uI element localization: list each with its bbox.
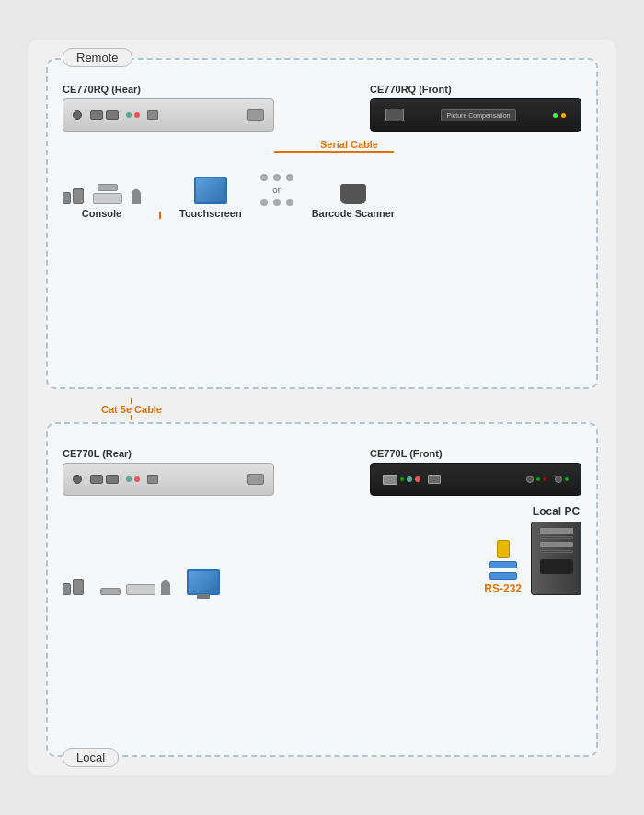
cat5e-cable-area [159, 212, 161, 219]
console-label: Console [82, 208, 121, 219]
local-spk-small [63, 583, 71, 595]
vga-port [247, 109, 264, 121]
rs232-area: RS-232 [484, 540, 522, 595]
ce770l-rear-unit [63, 463, 274, 496]
mic-icon [132, 189, 141, 204]
local-bottom-row: RS-232 Local PC [63, 505, 581, 595]
usb-connector-2 [489, 572, 517, 580]
speakers-icon [63, 188, 84, 204]
or-area: or [260, 174, 293, 206]
audio-1-l [407, 476, 412, 482]
serial-cable-svg: Serial Cable [63, 133, 605, 170]
button-2-l [555, 476, 562, 483]
ce770rq-front-wrapper: CE770RQ (Front) Picture Compensation [370, 84, 581, 132]
touchscreen-icon [194, 177, 227, 204]
local-units-row: CE770L (Rear) [63, 448, 581, 496]
speaker-big [73, 188, 84, 204]
peripherals-row: Console Touchscreen [63, 174, 581, 219]
touchscreen-label: Touchscreen [179, 208, 242, 219]
local-spk-big [73, 579, 84, 595]
ce770l-front-wrapper: CE770L (Front) [370, 448, 581, 496]
ce770l-rear-label: CE770L (Rear) [63, 448, 274, 459]
front-panel-rq: Picture Compensation [378, 109, 573, 121]
keyboard-mouse [93, 184, 122, 204]
audio-out-port-l [126, 476, 132, 482]
led-orange [561, 113, 566, 118]
ce770l-rear-wrapper: CE770L (Rear) [63, 448, 274, 496]
cat5e-bottom-line [131, 415, 132, 420]
cat5e-line-segment [159, 212, 161, 219]
speaker-small [63, 192, 71, 204]
front-panel-l [378, 475, 573, 485]
power-button-l [73, 475, 82, 484]
cat5e-label: Cat 5e Cable [101, 404, 162, 415]
audio-2-l [415, 476, 420, 482]
ce770rq-rear-wrapper: CE770RQ (Rear) [63, 84, 274, 132]
remote-units-row: CE770RQ (Rear) [63, 84, 581, 132]
mic-group [132, 189, 141, 204]
local-mouse [100, 588, 121, 595]
audio-out-port [126, 112, 132, 118]
led-3-l [565, 477, 569, 481]
rj45-port-l [147, 475, 158, 484]
serial-cable-area: Serial Cable [63, 133, 581, 170]
console-group: Console [63, 184, 141, 219]
ce770l-front-label: CE770L (Front) [370, 448, 581, 459]
ce770rq-front-label: CE770RQ (Front) [370, 84, 581, 95]
or-dots-2 [260, 199, 293, 206]
barcode-scanner-group: Barcode Scanner [312, 184, 395, 219]
ce770l-front-unit [370, 463, 581, 496]
front-panel-label: Picture Compensation [441, 109, 517, 121]
barcode-scanner-icon [340, 184, 366, 204]
rj45-port [147, 110, 158, 120]
led-2-l [543, 477, 546, 481]
local-monitor-icon [187, 569, 220, 595]
local-keyboard [126, 584, 155, 595]
barcode-scanner-label: Barcode Scanner [312, 208, 395, 219]
vga-port-front-l [383, 475, 397, 485]
rs232-connector [497, 540, 510, 558]
local-pc-group: Local PC [531, 505, 581, 595]
audio-in-port-l [134, 476, 140, 482]
mouse-icon [98, 184, 118, 191]
rs232-label: RS-232 [484, 582, 522, 595]
usb-connector-1 [489, 561, 517, 568]
local-speakers-icon [63, 579, 84, 595]
led-1-l [536, 477, 540, 481]
local-peripherals [63, 569, 220, 595]
local-kb-area [100, 580, 170, 595]
pc-drive-slot-1 [540, 536, 573, 539]
cable-connectors [489, 561, 517, 580]
serial-port-l [428, 475, 441, 484]
local-diagram: CE770L (Rear) [63, 448, 581, 595]
led-green [553, 113, 558, 118]
audio-in-port [134, 112, 140, 118]
pc-drive-slot-2 [540, 550, 573, 553]
touchscreen-group: Touchscreen [179, 177, 242, 219]
local-pc-area: RS-232 Local PC [484, 505, 581, 595]
main-container: Remote CE770RQ (Rear) [28, 40, 616, 775]
pc-drive-2 [540, 542, 573, 547]
inter-section-cable: Cat 5e Cable [46, 398, 598, 420]
local-monitor-group [187, 569, 220, 595]
svg-text:Serial Cable: Serial Cable [320, 139, 378, 150]
local-badge: Local [63, 748, 119, 767]
rear-panel-l [69, 474, 268, 485]
or-text: or [272, 185, 281, 195]
local-mic [161, 580, 170, 595]
keyboard-icon [93, 193, 122, 204]
ce770rq-rear-unit [63, 98, 274, 132]
usb-port-3 [90, 475, 103, 484]
usb-port-2 [106, 110, 119, 120]
ce770rq-front-unit: Picture Compensation [370, 98, 581, 132]
pc-face-plate [540, 559, 573, 574]
or-dots [260, 174, 293, 181]
local-pc-label: Local PC [533, 505, 580, 518]
power-button [73, 110, 82, 120]
vga-port-l [247, 474, 264, 485]
pc-drive-1 [540, 528, 573, 534]
led-green-l [400, 477, 404, 481]
pc-tower [531, 522, 581, 595]
rear-panel-rq [69, 109, 268, 121]
local-speakers [63, 579, 84, 595]
